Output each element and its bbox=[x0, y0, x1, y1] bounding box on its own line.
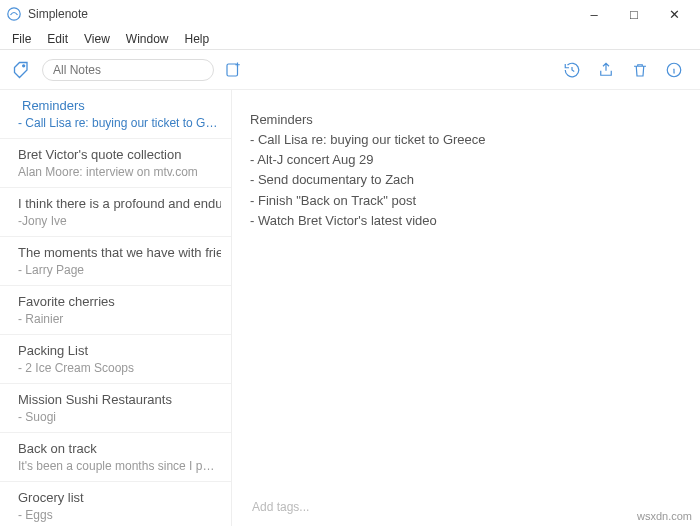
note-item[interactable]: Mission Sushi Restaurants- Suogi bbox=[0, 384, 231, 433]
trash-icon[interactable] bbox=[630, 60, 650, 80]
history-icon[interactable] bbox=[562, 60, 582, 80]
menu-help[interactable]: Help bbox=[177, 30, 218, 48]
note-item[interactable]: The moments that we have with friends ..… bbox=[0, 237, 231, 286]
note-item[interactable]: Packing List- 2 Ice Cream Scoops bbox=[0, 335, 231, 384]
note-title: Reminders bbox=[22, 98, 85, 113]
note-preview: - 2 Ice Cream Scoops bbox=[18, 361, 221, 375]
search-input[interactable] bbox=[42, 59, 214, 81]
note-item[interactable]: Back on trackIt's been a couple months s… bbox=[0, 433, 231, 482]
note-preview: - Suogi bbox=[18, 410, 221, 424]
note-title: The moments that we have with friends ..… bbox=[18, 245, 221, 260]
menu-edit[interactable]: Edit bbox=[39, 30, 76, 48]
content: Reminders- Call Lisa re: buying our tick… bbox=[0, 90, 700, 526]
menu-file[interactable]: File bbox=[4, 30, 39, 48]
note-preview: Alan Moore: interview on mtv.com bbox=[18, 165, 221, 179]
menubar: File Edit View Window Help bbox=[0, 28, 700, 50]
note-title: Mission Sushi Restaurants bbox=[18, 392, 172, 407]
note-preview: -Jony Ive bbox=[18, 214, 221, 228]
note-item[interactable]: Reminders- Call Lisa re: buying our tick… bbox=[0, 90, 231, 139]
note-title: Favorite cherries bbox=[18, 294, 115, 309]
tags-field[interactable]: Add tags... bbox=[250, 492, 682, 522]
note-item[interactable]: Favorite cherries- Rainier bbox=[0, 286, 231, 335]
minimize-button[interactable]: – bbox=[574, 0, 614, 28]
titlebar: Simplenote – □ ✕ bbox=[0, 0, 700, 28]
note-title: Bret Victor's quote collection bbox=[18, 147, 181, 162]
share-icon[interactable] bbox=[596, 60, 616, 80]
note-preview: - Larry Page bbox=[18, 263, 221, 277]
note-item[interactable]: Grocery list- Eggs bbox=[0, 482, 231, 526]
note-title: Back on track bbox=[18, 441, 97, 456]
note-title: I think there is a profound and enduring… bbox=[18, 196, 221, 211]
tags-icon[interactable] bbox=[10, 58, 34, 82]
note-preview: It's been a couple months since I posted… bbox=[18, 459, 221, 473]
info-icon[interactable] bbox=[664, 60, 684, 80]
note-item[interactable]: Bret Victor's quote collectionAlan Moore… bbox=[0, 139, 231, 188]
menu-window[interactable]: Window bbox=[118, 30, 177, 48]
note-item[interactable]: I think there is a profound and enduring… bbox=[0, 188, 231, 237]
note-preview: - Eggs bbox=[18, 508, 221, 522]
note-preview: - Rainier bbox=[18, 312, 221, 326]
toolbar bbox=[0, 50, 700, 90]
svg-point-0 bbox=[8, 8, 20, 20]
svg-point-1 bbox=[23, 64, 25, 66]
window-title: Simplenote bbox=[28, 7, 88, 21]
close-button[interactable]: ✕ bbox=[654, 0, 694, 28]
menu-view[interactable]: View bbox=[76, 30, 118, 48]
note-title: Grocery list bbox=[18, 490, 84, 505]
editor-pane: Reminders - Call Lisa re: buying our tic… bbox=[232, 90, 700, 526]
notes-list[interactable]: Reminders- Call Lisa re: buying our tick… bbox=[0, 90, 232, 526]
note-title: Packing List bbox=[18, 343, 88, 358]
note-body[interactable]: Reminders - Call Lisa re: buying our tic… bbox=[250, 110, 682, 492]
note-preview: - Call Lisa re: buying our ticket to Gre… bbox=[18, 116, 221, 130]
new-note-button[interactable] bbox=[222, 59, 244, 81]
app-icon bbox=[6, 6, 22, 22]
watermark: wsxdn.com bbox=[637, 510, 692, 522]
maximize-button[interactable]: □ bbox=[614, 0, 654, 28]
svg-rect-2 bbox=[227, 64, 238, 76]
